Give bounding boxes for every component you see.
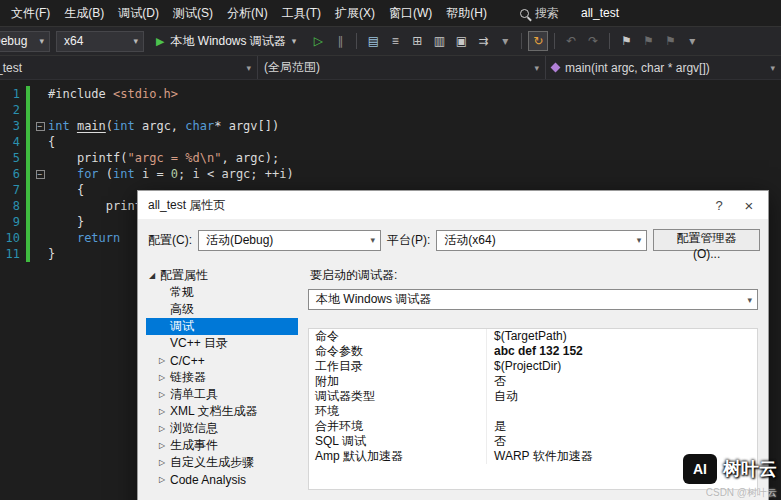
tree-item[interactable]: ▷Code Analysis: [146, 471, 298, 488]
property-pages-dialog: all_test 属性页 ? × 配置(C): 活动(Debug) ▾ 平台(P…: [137, 190, 769, 500]
bookmark-prev-icon[interactable]: ⚑: [638, 31, 658, 51]
toolbar-separator: [521, 33, 522, 49]
column-layout-icon[interactable]: ▥: [429, 31, 449, 51]
code-line[interactable]: 4{: [0, 134, 781, 150]
configuration-manager-button[interactable]: 配置管理器(O)...: [653, 229, 760, 251]
tree-expand-icon[interactable]: ▷: [159, 356, 170, 365]
configuration-dropdown[interactable]: 活动(Debug) ▾: [198, 230, 381, 251]
project-dropdown[interactable]: all_test ▾: [0, 56, 258, 79]
scope-dropdown[interactable]: (全局范围) ▾: [258, 56, 546, 79]
menu-item[interactable]: 测试(S): [166, 0, 220, 26]
code-text: int main(int argc, char* argv[]): [48, 118, 279, 134]
property-row[interactable]: 工作目录$(ProjectDir): [309, 359, 757, 374]
tree-expand-icon[interactable]: ▷: [159, 407, 170, 416]
solution-platform-dropdown[interactable]: x64 ▾: [56, 31, 144, 52]
grid-view-icon[interactable]: ⊞: [407, 31, 427, 51]
visual-studio-window: 文件(F)生成(B)调试(D)测试(S)分析(N)工具(T)扩展(X)窗口(W)…: [0, 0, 781, 80]
tree-item[interactable]: ▷清单工具: [146, 386, 298, 403]
tree-expand-icon[interactable]: ▷: [159, 424, 170, 433]
tree-item[interactable]: ◢配置属性: [146, 267, 298, 284]
property-row[interactable]: 合并环境是: [309, 419, 757, 434]
menu-item[interactable]: 工具(T): [275, 0, 328, 26]
start-without-debugging-icon[interactable]: ▷: [308, 31, 328, 51]
tree-expand-icon[interactable]: ▷: [159, 373, 170, 382]
line-number: 9: [0, 214, 26, 230]
help-button[interactable]: ?: [704, 198, 734, 213]
debugger-dropdown[interactable]: 本地 Windows 调试器 ▾: [308, 289, 758, 310]
property-name: 命令: [309, 329, 487, 344]
tree-item[interactable]: ▷浏览信息: [146, 420, 298, 437]
toolbar-overflow-icon[interactable]: ▾: [682, 31, 702, 51]
fold-toggle-icon[interactable]: −: [36, 122, 45, 131]
dialog-title-bar[interactable]: all_test 属性页 ? ×: [138, 191, 768, 219]
menu-item[interactable]: 生成(B): [57, 0, 111, 26]
code-line[interactable]: 6− for (int i = 0; i < argc; ++i): [0, 166, 781, 182]
navigate-forward-icon[interactable]: ↷: [583, 31, 603, 51]
menu-item[interactable]: 扩展(X): [328, 0, 382, 26]
code-line[interactable]: 1#include <stdio.h>: [0, 86, 781, 102]
property-row[interactable]: 附加否: [309, 374, 757, 389]
navigate-arrows-icon[interactable]: ⇉: [473, 31, 493, 51]
tree-item-label: Code Analysis: [170, 473, 246, 487]
platform-dropdown-dialog[interactable]: 活动(x64) ▾: [436, 230, 647, 251]
solution-configuration-dropdown[interactable]: Debug ▾: [0, 31, 50, 52]
start-debugging-button[interactable]: ▶ 本地 Windows 调试器 ▾: [150, 29, 302, 53]
fold-margin: [32, 230, 48, 246]
menu-item[interactable]: 帮助(H): [439, 0, 494, 26]
fold-margin: [32, 182, 48, 198]
tree-item[interactable]: ▷C/C++: [146, 352, 298, 369]
tree-item[interactable]: 常规: [146, 284, 298, 301]
property-name: SQL 调试: [309, 434, 487, 449]
code-line[interactable]: 3−int main(int argc, char* argv[]): [0, 118, 781, 134]
line-number: 7: [0, 182, 26, 198]
tree-item[interactable]: ▷自定义生成步骤: [146, 454, 298, 471]
tree-item[interactable]: 调试: [146, 318, 298, 335]
tree-item[interactable]: ▷生成事件: [146, 437, 298, 454]
search-box[interactable]: 搜索: [520, 5, 559, 22]
tree-item-label: 自定义生成步骤: [170, 454, 254, 471]
tree-expand-icon[interactable]: ▷: [159, 458, 170, 467]
window-split-icon[interactable]: ▣: [451, 31, 471, 51]
property-row[interactable]: 调试器类型自动: [309, 389, 757, 404]
menu-item[interactable]: 窗口(W): [382, 0, 439, 26]
property-row[interactable]: SQL 调试否: [309, 434, 757, 449]
tree-item[interactable]: 高级: [146, 301, 298, 318]
fold-toggle-icon[interactable]: −: [36, 170, 45, 179]
more-dropdown-icon[interactable]: ▾: [495, 31, 515, 51]
menu-item[interactable]: 调试(D): [111, 0, 166, 26]
menu-item[interactable]: 分析(N): [220, 0, 275, 26]
tree-item[interactable]: ▷链接器: [146, 369, 298, 386]
change-indicator: [26, 102, 30, 118]
project-name: all_test: [0, 61, 22, 75]
pause-icon[interactable]: ∥: [330, 31, 350, 51]
property-row[interactable]: 命令$(TargetPath): [309, 329, 757, 344]
navigate-back-icon[interactable]: ↶: [561, 31, 581, 51]
property-row[interactable]: 环境: [309, 404, 757, 419]
line-structure-icon[interactable]: ≡: [385, 31, 405, 51]
bookmark-next-icon[interactable]: ⚑: [660, 31, 680, 51]
tree-expand-icon[interactable]: ◢: [149, 271, 160, 280]
bookmark-toggle-icon[interactable]: ⚑: [616, 31, 636, 51]
tree-item[interactable]: ▷XML 文档生成器: [146, 403, 298, 420]
processes-window-icon[interactable]: ▤: [363, 31, 383, 51]
tree-item[interactable]: VC++ 目录: [146, 335, 298, 352]
code-line[interactable]: 2: [0, 102, 781, 118]
change-indicator: [26, 230, 30, 246]
tree-expand-icon[interactable]: ▷: [159, 475, 170, 484]
line-number: 6: [0, 166, 26, 182]
fold-margin: [32, 198, 48, 214]
change-indicator: [26, 118, 30, 134]
tree-expand-icon[interactable]: ▷: [159, 390, 170, 399]
change-indicator: [26, 166, 30, 182]
configuration-value: 活动(Debug): [206, 232, 273, 249]
dialog-body: ◢配置属性常规高级调试VC++ 目录▷C/C++▷链接器▷清单工具▷XML 文档…: [138, 257, 768, 490]
property-row[interactable]: 命令参数abc def 132 152: [309, 344, 757, 359]
close-icon[interactable]: ×: [734, 197, 764, 214]
dialog-title: all_test 属性页: [148, 197, 704, 214]
hot-reload-icon[interactable]: ↻: [528, 31, 548, 51]
menu-item[interactable]: 文件(F): [4, 0, 57, 26]
code-line[interactable]: 5 printf("argc = %d\n", argc);: [0, 150, 781, 166]
tree-expand-icon[interactable]: ▷: [159, 441, 170, 450]
member-dropdown[interactable]: main(int argc, char * argv[]) ▾: [546, 56, 781, 79]
property-value: [487, 404, 757, 419]
